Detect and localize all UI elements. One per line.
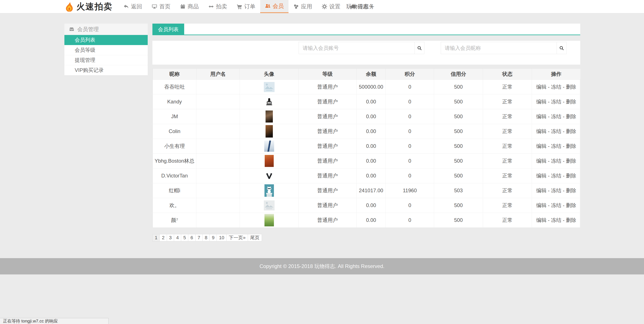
nav-item-members[interactable]: 会员 — [260, 0, 288, 13]
freeze-link[interactable]: 冻结 — [551, 173, 561, 179]
action-separator: - — [546, 84, 551, 90]
cell-actions: 编辑 - 冻结 - 删除 — [532, 213, 581, 228]
sidebar-item-member-list[interactable]: 会员列表 — [64, 35, 148, 45]
delete-link[interactable]: 删除 — [566, 173, 576, 179]
cell-actions: 编辑 - 冻结 - 删除 — [532, 94, 581, 109]
freeze-link[interactable]: 冻结 — [551, 128, 561, 134]
edit-link[interactable]: 编辑 — [536, 84, 546, 90]
delete-link[interactable]: 删除 — [566, 188, 576, 193]
page-button-3[interactable]: 3 — [167, 234, 174, 241]
search-button[interactable] — [557, 42, 566, 54]
edit-link[interactable]: 编辑 — [536, 99, 546, 104]
avatar — [264, 214, 274, 226]
cell-nickname: Kandy — [153, 94, 196, 109]
member-nickname-search-input[interactable] — [441, 42, 557, 54]
last-page-button[interactable]: 尾页 — [248, 234, 262, 241]
edit-link[interactable]: 编辑 — [536, 128, 546, 134]
cell-status: 正常 — [483, 183, 532, 198]
search-button[interactable] — [414, 42, 424, 54]
delete-link[interactable]: 删除 — [566, 128, 576, 134]
cell-status: 正常 — [483, 213, 532, 228]
nav-item-goods[interactable]: 商品 — [175, 0, 204, 13]
edit-link[interactable]: 编辑 — [536, 158, 546, 164]
cell-avatar — [240, 80, 298, 94]
page-button-8[interactable]: 8 — [202, 234, 210, 241]
cell-actions: 编辑 - 冻结 - 删除 — [532, 124, 581, 139]
sidebar-item-member-levels[interactable]: 会员等级 — [64, 45, 148, 55]
action-separator: - — [546, 188, 551, 193]
freeze-link[interactable]: 冻结 — [551, 113, 561, 119]
nav-item-back[interactable]: 返回 — [118, 0, 147, 13]
nav-item-settings[interactable]: 设置 — [317, 0, 345, 13]
cell-username — [196, 154, 240, 168]
cell-balance: 0.00 — [356, 124, 386, 139]
delete-link[interactable]: 删除 — [566, 113, 576, 119]
tab-member-list[interactable]: 会员列表 — [152, 23, 184, 34]
delete-link[interactable]: 删除 — [566, 217, 576, 223]
edit-link[interactable]: 编辑 — [536, 113, 546, 119]
cell-balance: 241017.00 — [356, 183, 386, 198]
svg-text:ADMIN: ADMIN — [267, 102, 271, 104]
page-button-9[interactable]: 9 — [210, 234, 217, 241]
table-body: 吞吞吐吐普通用户500000.000500正常编辑 - 冻结 - 删除Kandy… — [153, 80, 581, 228]
freeze-link[interactable]: 冻结 — [551, 188, 561, 193]
page-button-7[interactable]: 7 — [195, 234, 203, 241]
cell-actions: 编辑 - 冻结 - 删除 — [532, 80, 581, 94]
cell-avatar: ADMIN — [240, 94, 298, 109]
cell-username — [196, 213, 240, 228]
freeze-link[interactable]: 冻结 — [551, 99, 561, 104]
cell-credit: 503 — [434, 183, 483, 198]
page-button-4[interactable]: 4 — [174, 234, 181, 241]
sidebar-item-withdrawal[interactable]: 提现管理 — [64, 55, 148, 65]
cell-avatar — [240, 154, 298, 168]
table-row: KandyADMIN普通用户0.000500正常编辑 - 冻结 - 删除 — [153, 94, 581, 109]
freeze-link[interactable]: 冻结 — [551, 158, 561, 164]
page-button-6[interactable]: 6 — [188, 234, 195, 241]
nav-item-auction[interactable]: 拍卖 — [204, 0, 232, 13]
page-button-2[interactable]: 2 — [160, 234, 167, 241]
account-dropdown[interactable]: 玩物得志 ▾ — [346, 0, 373, 13]
edit-link[interactable]: 编辑 — [536, 202, 546, 208]
page-button-5[interactable]: 5 — [181, 234, 188, 241]
sidebar-header-label: 会员管理 — [77, 26, 99, 33]
freeze-link[interactable]: 冻结 — [551, 84, 561, 90]
page-button-10[interactable]: 10 — [216, 234, 226, 241]
cell-nickname: 吞吞吐吐 — [153, 80, 196, 94]
page: 火速拍卖 返回首页商品拍卖订单会员应用设置云服务 玩物得志 ▾ 会员管理 会员列… — [0, 0, 644, 324]
delete-link[interactable]: 删除 — [566, 99, 576, 104]
delete-link[interactable]: 删除 — [566, 143, 576, 149]
gear-icon — [322, 4, 327, 9]
nav-item-orders[interactable]: 订单 — [232, 0, 260, 13]
delete-link[interactable]: 删除 — [566, 84, 576, 90]
action-separator: - — [561, 217, 566, 223]
edit-link[interactable]: 编辑 — [536, 188, 546, 193]
edit-link[interactable]: 编辑 — [536, 173, 546, 179]
nav-item-home[interactable]: 首页 — [147, 0, 175, 13]
table-row: Colin普通用户0.000500正常编辑 - 冻结 - 删除 — [153, 124, 581, 139]
cell-username — [196, 80, 240, 94]
cell-status: 正常 — [483, 109, 532, 124]
cell-level: 普通用户 — [298, 168, 356, 183]
delete-link[interactable]: 删除 — [566, 158, 576, 164]
freeze-link[interactable]: 冻结 — [551, 217, 561, 223]
pagination: 12345678910下一页»尾页 — [152, 234, 580, 241]
app-logo[interactable]: 火速拍卖 — [64, 0, 112, 13]
cell-balance: 0.00 — [356, 198, 386, 213]
member-account-search-input[interactable] — [298, 42, 414, 54]
next-page-button[interactable]: 下一页» — [226, 234, 248, 241]
table-row: 颜⁷普通用户0.000500正常编辑 - 冻结 - 删除 — [153, 213, 581, 228]
column-header: 等级 — [298, 69, 356, 80]
edit-link[interactable]: 编辑 — [536, 143, 546, 149]
cell-level: 普通用户 — [298, 198, 356, 213]
freeze-link[interactable]: 冻结 — [551, 202, 561, 208]
edit-link[interactable]: 编辑 — [536, 217, 546, 223]
delete-link[interactable]: 删除 — [566, 202, 576, 208]
sidebar-item-vip-records[interactable]: VIP购买记录 — [64, 65, 148, 75]
cell-status: 正常 — [483, 168, 532, 183]
nav-item-apps[interactable]: 应用 — [288, 0, 317, 13]
freeze-link[interactable]: 冻结 — [551, 143, 561, 149]
nav-item-label: 设置 — [329, 3, 340, 10]
cell-credit: 500 — [434, 198, 483, 213]
cell-actions: 编辑 - 冻结 - 删除 — [532, 198, 581, 213]
page-button-1[interactable]: 1 — [152, 234, 160, 241]
